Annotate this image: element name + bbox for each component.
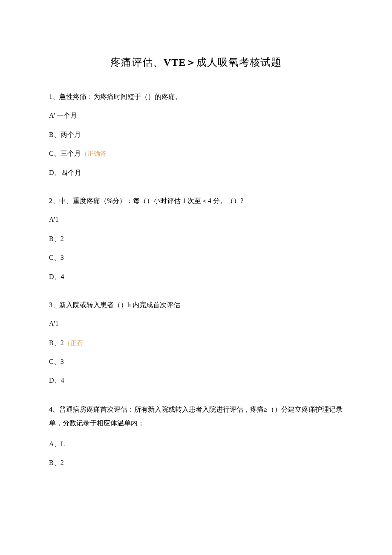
- question-text: 2、中、重度疼痛（%分）：每（）小时评估 1 次至＜4 分。（）?: [49, 195, 343, 207]
- question-4: 4、普通病房疼痛首次评估：所有新入院或转入患者入院进行评估，疼痛≥（）分建立疼痛…: [49, 403, 343, 470]
- question-text: 1、急性疼痛：为疼痛时间短于（）的疼痛。: [49, 90, 343, 103]
- question-2: 2、中、重度疼痛（%分）：每（）小时评估 1 次至＜4 分。（）? A'1 B、…: [49, 195, 343, 283]
- page-title: 疼痛评估、VTE＞成人吸氧考核试题: [49, 55, 343, 69]
- option-a: A' 一个月: [49, 109, 343, 122]
- option-c: C、三个月（正确答: [49, 147, 343, 160]
- option-d: D、4: [49, 270, 343, 283]
- question-1: 1、急性疼痛：为疼痛时间短于（）的疼痛。 A' 一个月 B、两个月 C、三个月（…: [49, 90, 343, 179]
- option-a: A、L: [49, 438, 343, 450]
- title-part2: 成人吸氧考核试题: [196, 57, 282, 68]
- option-c: C、3: [49, 251, 343, 264]
- document-page: 疼痛评估、VTE＞成人吸氧考核试题 1、急性疼痛：为疼痛时间短于（）的疼痛。 A…: [0, 0, 392, 511]
- option-c: C、3: [49, 355, 343, 368]
- option-b: B、两个月: [49, 128, 343, 141]
- correct-answer-text: （正石: [64, 340, 83, 346]
- option-b: B、2（正石: [49, 337, 343, 349]
- option-a: A'1: [49, 213, 343, 226]
- option-c-label: C、三个月: [49, 150, 81, 157]
- title-bold: VTE＞: [164, 57, 196, 68]
- option-a: A'1: [49, 317, 343, 330]
- question-text: 4、普通病房疼痛首次评估：所有新入院或转入患者入院进行评估，疼痛≥（）分建立疼痛…: [49, 403, 343, 430]
- option-d: D、4: [49, 374, 343, 387]
- question-text: 3、新入院或转入患者（）h 内完成首次评估: [49, 299, 343, 311]
- option-d: D、四个月: [49, 166, 343, 179]
- question-3: 3、新入院或转入患者（）h 内完成首次评估 A'1 B、2（正石 C、3 D、4: [49, 299, 343, 387]
- option-b: B、2: [49, 232, 343, 245]
- correct-answer-text: （正确答: [81, 150, 107, 157]
- option-b-label: B、2: [49, 339, 64, 346]
- option-b: B、2: [49, 456, 343, 469]
- title-part1: 疼痛评估、: [110, 57, 164, 68]
